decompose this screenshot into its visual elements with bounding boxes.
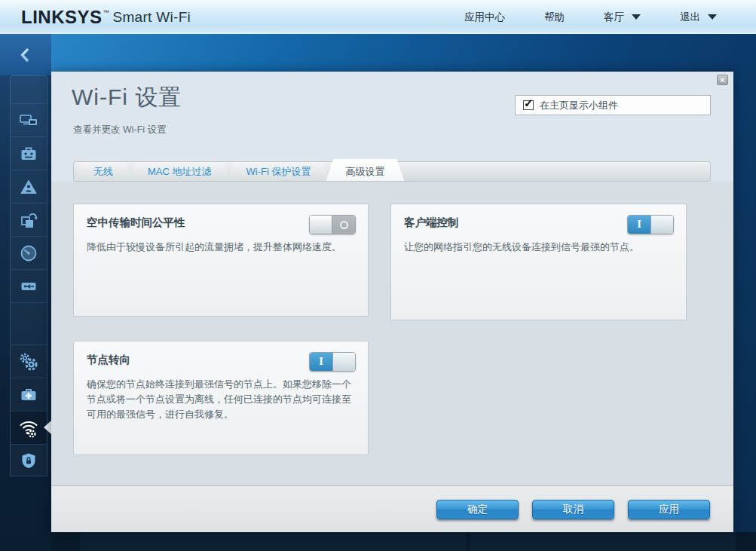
background-widget-block [470, 532, 736, 551]
card-client-steering: 客户端控制 让您的网络指引您的无线设备连接到信号最强的节点。 I [390, 204, 687, 320]
logo-text: LINKSYS [21, 8, 103, 27]
menu-item-logout[interactable]: 退出 [660, 6, 736, 29]
checkbox-label: 在主页显示小组件 [540, 99, 618, 112]
chevron-left-icon [16, 45, 35, 65]
tab-label: 无线 [93, 165, 113, 179]
tab-bar: 无线 MAC 地址过滤 Wi-Fi 保护设置 高级设置 [73, 161, 711, 182]
sidebar-item-speed-test[interactable] [11, 236, 47, 269]
security-icon [19, 451, 38, 471]
parental-controls-icon [19, 177, 38, 197]
wifi-settings-icon [17, 418, 40, 439]
checkmark-icon: ✓ [524, 96, 534, 110]
toggle-on-track: I [628, 216, 650, 234]
media-prioritization-icon [19, 210, 38, 230]
sidebar-item-parental-controls[interactable] [11, 170, 47, 203]
checkbox-checked[interactable]: ✓ [523, 100, 534, 110]
ok-button[interactable]: 确定 [436, 500, 519, 519]
menu-item-app-center[interactable]: 应用中心 [445, 6, 525, 29]
devices-icon [18, 111, 39, 130]
connectivity-icon [18, 351, 39, 372]
card-node-steering: 节点转向 确保您的节点始终连接到最强信号的节点上。如果您移除一个节点或将一个节点… [73, 341, 369, 455]
sidebar-item-security[interactable] [11, 444, 47, 477]
caret-down-icon [632, 14, 641, 20]
apply-button[interactable]: 应用 [628, 500, 710, 519]
sidebar-back-button[interactable] [0, 34, 51, 75]
show-widget-checkbox-row[interactable]: ✓ 在主页显示小组件 [515, 95, 711, 115]
sidebar-item-guest-access[interactable] [11, 136, 47, 170]
active-item-arrow [44, 421, 51, 434]
card-description: 让您的网络指引您的无线设备连接到信号最强的节点。 [404, 240, 673, 255]
background-widget-block [80, 532, 466, 551]
tab-mac-filter[interactable]: MAC 地址过滤 [128, 162, 231, 181]
toggle-off-icon [340, 221, 348, 229]
menu-label: 客厅 [604, 11, 624, 24]
cancel-button[interactable]: 取消 [532, 500, 614, 519]
menu-item-help[interactable]: 帮助 [525, 6, 584, 29]
client-steering-toggle-on[interactable]: I [627, 215, 674, 234]
sidebar-item-connectivity[interactable] [11, 344, 47, 378]
menu-label: 应用中心 [464, 11, 505, 24]
header-menu: 应用中心 帮助 客厅 退出 [445, 6, 756, 29]
sidebar-item-device-list[interactable] [11, 103, 47, 136]
close-icon[interactable]: × [717, 75, 728, 85]
node-steering-toggle-on[interactable]: I [309, 352, 356, 372]
card-description: 确保您的节点始终连接到最强信号的节点上。如果您移除一个节点或将一个节点设置为离线… [87, 377, 355, 422]
toggle-on-icon: I [637, 219, 641, 230]
airtime-fairness-toggle-off[interactable] [309, 215, 356, 234]
toggle-off-track [332, 216, 355, 234]
tab-wps[interactable]: Wi-Fi 保护设置 [227, 162, 331, 181]
speed-test-icon [19, 243, 38, 263]
card-airtime-fairness: 空中传输时间公平性 降低由于较慢设备所引起的流量拥堵，提升整体网络速度。 [73, 204, 369, 317]
background-dashboard-strip [51, 532, 756, 551]
toggle-on-track: I [310, 353, 332, 371]
sidebar-panel-spacer [11, 76, 47, 103]
sidebar [0, 34, 51, 551]
linksys-logo: LINKSYS ™ Smart Wi-Fi [21, 8, 191, 27]
sidebar-panel-spacer [11, 302, 47, 344]
card-description: 降低由于较慢设备所引起的流量拥堵，提升整体网络速度。 [87, 240, 355, 255]
trademark-symbol: ™ [103, 9, 109, 16]
tab-label: MAC 地址过滤 [148, 165, 212, 179]
toggle-handle [310, 216, 332, 234]
page-subtitle: 查看并更改 Wi-Fi 设置 [73, 124, 167, 136]
troubleshooting-icon [19, 385, 38, 405]
tab-wireless[interactable]: 无线 [74, 162, 133, 181]
sidebar-item-wireless[interactable] [11, 411, 47, 444]
product-name: Smart Wi-Fi [113, 8, 191, 27]
app-window: LINKSYS ™ Smart Wi-Fi 应用中心 帮助 客厅 退出 [0, 0, 756, 551]
tab-label: Wi-Fi 保护设置 [246, 165, 311, 179]
tab-label: 高级设置 [345, 165, 384, 179]
menu-item-router-name[interactable]: 客厅 [584, 6, 660, 29]
sidebar-item-media-prioritization[interactable] [11, 203, 47, 236]
page-title: Wi-Fi 设置 [72, 82, 182, 113]
toggle-handle [650, 216, 673, 234]
menu-label: 退出 [680, 11, 700, 24]
wifi-settings-panel: × Wi-Fi 设置 查看并更改 Wi-Fi 设置 ✓ 在主页显示小组件 无线 … [51, 72, 733, 532]
toggle-on-icon: I [319, 357, 323, 367]
top-header: LINKSYS ™ Smart Wi-Fi 应用中心 帮助 客厅 退出 [0, 0, 756, 34]
menu-label: 帮助 [544, 11, 565, 24]
external-storage-icon [19, 277, 38, 296]
sidebar-menu-panel [10, 75, 47, 476]
guest-access-icon [19, 144, 38, 164]
toggle-handle [332, 353, 355, 371]
caret-down-icon [708, 14, 717, 20]
sidebar-item-troubleshooting[interactable] [11, 378, 47, 411]
sidebar-item-external-storage[interactable] [11, 269, 47, 302]
tab-advanced-settings[interactable]: 高级设置 [326, 159, 404, 181]
